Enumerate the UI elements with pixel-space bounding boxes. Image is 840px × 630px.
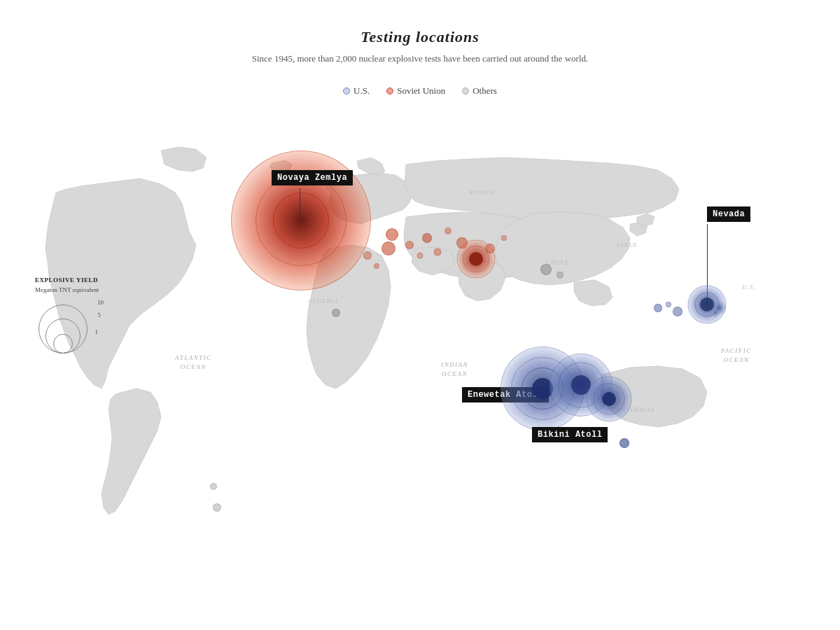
us-country-label: U.S. <box>742 284 756 290</box>
pacific-ocean-label: PACIFIC OCEAN <box>721 346 752 364</box>
china-test1 <box>540 264 552 275</box>
others-dot-icon <box>462 88 469 94</box>
page-subtitle: Since 1945, more than 2,000 nuclear expl… <box>0 52 840 66</box>
novaya-zemlya-bubble-ring2 <box>273 192 329 248</box>
south-atl1 <box>210 483 217 490</box>
soviet-scatter8 <box>382 241 396 255</box>
soviet-dot-icon <box>386 88 393 94</box>
soviet-scatter1 <box>386 228 398 241</box>
soviet-scatter5 <box>456 237 468 248</box>
yield-label-5: 5 <box>98 312 102 318</box>
soviet-scatter4 <box>444 227 451 234</box>
novaya-zemlya-line <box>300 188 300 220</box>
others-label: Others <box>472 85 497 97</box>
us-label: U.S. <box>354 85 370 97</box>
atlantic-ocean-label: ATLANTIC OCEAN <box>175 354 212 371</box>
yield-legend: EXPLOSIVE YIELD Megaton TNT equivalent 1… <box>35 276 99 354</box>
soviet-scatter7 <box>434 248 442 256</box>
soviet-scatter6 <box>417 253 424 259</box>
world-map <box>0 108 840 630</box>
us-bubble-small2 <box>711 309 720 317</box>
legend-item-soviet: Soviet Union <box>386 85 445 97</box>
indian-ocean-label: INDIAN OCEAN <box>441 360 468 378</box>
legend-item-others: Others <box>462 85 497 97</box>
map-container: ATLANTIC OCEAN INDIAN OCEAN PACIFIC OCEA… <box>0 108 840 630</box>
algeria-test1 <box>332 309 340 317</box>
us-pacific2 <box>666 302 671 307</box>
soviet-scatter3 <box>422 233 432 243</box>
soviet-scatter11 <box>374 263 379 269</box>
page-title: Testing locations <box>0 28 840 46</box>
south-atl2 <box>213 503 221 512</box>
soviet-scatter10 <box>485 244 495 253</box>
yield-subtitle: Megaton TNT equivalent <box>35 286 99 293</box>
china-test2 <box>556 272 564 279</box>
novaya-zemlya-label: Novaya Zemlya <box>272 170 353 186</box>
soviet-scatter12 <box>363 251 372 260</box>
bikini-label: Bikini Atoll <box>532 427 608 442</box>
japan-label: JAPAN <box>616 241 637 248</box>
us-pacific3 <box>673 307 682 316</box>
nevada-label: Nevada <box>707 206 750 222</box>
soviet-label: Soviet Union <box>397 85 445 97</box>
algeria-label: ALGERIA <box>308 298 339 304</box>
yield-label-1: 1 <box>95 328 99 335</box>
us-pacific1 <box>654 304 662 312</box>
semip-core <box>469 252 483 266</box>
legend: U.S. Soviet Union Others <box>0 85 840 97</box>
soviet-scatter9 <box>501 235 507 241</box>
us-dot-icon <box>343 88 350 94</box>
yield-label-10: 10 <box>97 299 104 306</box>
soviet-scatter2 <box>405 241 414 249</box>
yield-title: EXPLOSIVE YIELD <box>35 276 99 285</box>
legend-item-us: U.S. <box>343 85 370 97</box>
yield-circles: 10 5 1 <box>35 298 91 354</box>
page-header: Testing locations Since 1945, more than … <box>0 0 840 66</box>
russia-label: RUSSIA <box>469 189 494 196</box>
us-small-dot1 <box>620 438 629 448</box>
yield-circle-1 <box>53 334 73 354</box>
bikini-core <box>602 392 616 406</box>
